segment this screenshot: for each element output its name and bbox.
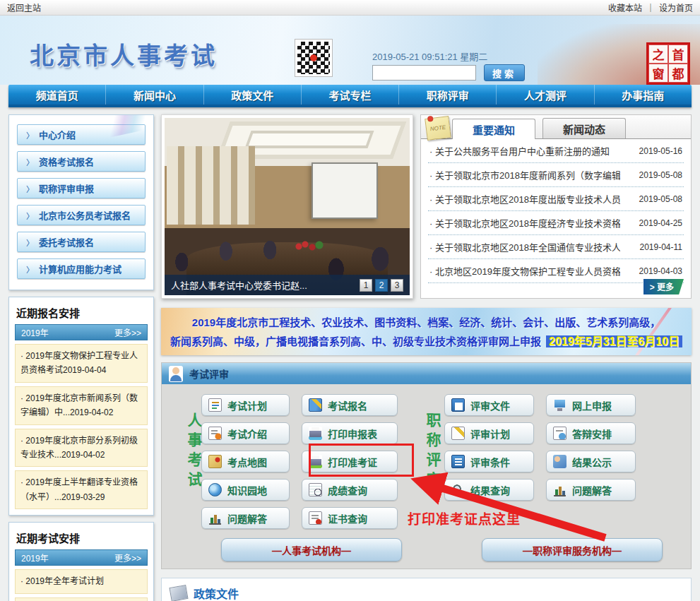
photo-projection-screen <box>312 162 378 219</box>
signup-item-date: 2019-04-04 <box>63 365 106 375</box>
nav-item[interactable]: 政策文件 <box>204 85 302 105</box>
review-function-button[interactable]: 评审计划 <box>444 422 534 444</box>
review-function-button[interactable]: 问题解答 <box>546 479 636 501</box>
signup-list-item[interactable]: · 2019年度北京市部分系列初级专业技术...2019-04-02 <box>15 429 148 468</box>
sidebar-menu-button[interactable]: 〉 职称评审申报 <box>17 178 146 198</box>
exam-list-item[interactable]: · 2019年1月考试安排 <box>15 597 148 601</box>
signup-more-link[interactable]: 更多>> <box>114 326 141 338</box>
policy-section-title[interactable]: 政策文件 <box>194 585 239 601</box>
news-title-text: 关于公共服务平台用户中心重新注册的通知 <box>435 146 610 157</box>
exam-function-button[interactable]: 考试介绍 <box>201 422 290 444</box>
nav-item[interactable]: 新闻中心 <box>106 85 203 105</box>
news-item-date: 2019-05-16 <box>639 146 682 156</box>
sidebar-menu-button[interactable]: 〉 委托考试报名 <box>17 232 146 252</box>
news-list-item[interactable]: · 关于领取北京地区2018年度经济专业技术资格... 2019-04-25 <box>428 211 684 235</box>
seal-char: 都 <box>668 64 688 83</box>
news-title-text: 关于领取北京地区2018年度经济专业技术资格... <box>435 218 620 229</box>
signup-list-item[interactable]: · 2019年度文物保护工程专业人员资格考试2019-04-04 <box>15 344 148 383</box>
slider-page-button[interactable]: 1 <box>360 279 372 292</box>
review-function-button[interactable]: 结果查询 <box>444 479 534 501</box>
organization-button[interactable]: —职称评审服务机构— <box>482 538 663 561</box>
signup-item-date: 2019-04-02 <box>70 407 113 417</box>
exam-list-item[interactable]: · 2019年全年考试计划 <box>15 569 148 593</box>
nav-item[interactable]: 办事指南 <box>595 85 692 105</box>
sidebar-menu-label: 职称评审申报 <box>39 182 94 195</box>
nav-item[interactable]: 频道首页 <box>8 85 106 105</box>
exam-function-button[interactable]: 知识园地 <box>201 479 290 501</box>
favorite-site-link[interactable]: 收藏本站 <box>608 1 642 13</box>
list-bullet: · <box>20 393 23 403</box>
nav-item[interactable]: 人才测评 <box>497 85 594 105</box>
set-homepage-link[interactable]: 设为首页 <box>659 1 693 13</box>
exam-function-button[interactable]: 考试计划 <box>201 394 290 416</box>
signup-list-item[interactable]: · 2019年度上半年翻译专业资格（水平）...2019-03-29 <box>15 470 148 509</box>
panel-header-title: 考试评审 <box>189 367 229 381</box>
list-bullet: · <box>20 576 23 586</box>
signup-item-date: 2019-03-29 <box>61 492 105 502</box>
function-button-icon <box>451 398 465 412</box>
chevron-right-icon: 〉 <box>26 210 34 221</box>
signup-list-item[interactable]: · 2019年度北京市新闻系列（数字编辑）中...2019-04-02 <box>15 386 148 425</box>
nav-item[interactable]: 职称评审 <box>399 85 497 105</box>
function-button-icon <box>208 398 222 412</box>
slider-page-button[interactable]: 3 <box>391 279 403 292</box>
slider-caption-text[interactable]: 人社部人事考试中心党委书记赵... <box>171 278 307 292</box>
photo-flowers <box>295 240 326 253</box>
sidebar-menu-button[interactable]: 〉 计算机应用能力考试 <box>17 258 146 279</box>
news-list-item[interactable]: · 关于领取北京地区2018年度出版专业技术人员... 2019-05-08 <box>428 187 684 211</box>
main-column: 人社部人事考试中心党委书记赵... 123 NOTE 重要通知新闻动态 · 关于… <box>161 114 692 601</box>
sidebar-menu-button[interactable]: 〉 北京市公务员考试报名 <box>17 205 146 225</box>
function-button-label: 评审文件 <box>470 398 510 412</box>
exam-more-link[interactable]: 更多>> <box>114 552 141 564</box>
news-list-item[interactable]: · 关于领取北京地区2018年全国通信专业技术人... 2019-04-11 <box>428 235 684 259</box>
banner-line2: 新闻系列高、中级，广播电视播音系列高、中、初级专业技术资格评审网上申报2019年… <box>170 332 682 349</box>
list-bullet: · <box>429 266 432 277</box>
sidebar-menu-button[interactable]: 〉 中心介绍 <box>17 124 146 145</box>
list-bullet: · <box>429 146 432 157</box>
function-button-icon <box>208 511 222 525</box>
news-item-date: 2019-04-03 <box>639 266 682 276</box>
news-item-title: · 关于公共服务平台用户中心重新注册的通知 <box>429 144 610 157</box>
photo-slider[interactable]: 人社部人事考试中心党委书记赵... 123 <box>161 114 413 299</box>
function-button-label: 成绩查询 <box>328 483 367 497</box>
news-title-text: 关于领取北京地区2018年全国通信专业技术人... <box>435 242 620 253</box>
exam-function-button[interactable]: 打印申报表 <box>302 422 398 444</box>
sidebar-menu-label: 资格考试报名 <box>39 155 94 168</box>
chevron-right-icon: 〉 <box>26 156 34 167</box>
back-to-main-site-link[interactable]: 返回主站 <box>7 1 41 13</box>
slider-page-button[interactable]: 2 <box>375 279 388 292</box>
review-function-button[interactable]: 网上申报 <box>546 394 636 416</box>
exam-function-button[interactable]: 问题解答 <box>201 507 290 529</box>
signup-list: · 2019年度文物保护工程专业人员资格考试2019-04-04 · 2019年… <box>15 344 148 509</box>
exam-item-text: 2019年全年考试计划 <box>25 576 104 586</box>
site-header: 北京市人事考试 2019-05-21 09:51:21 星期二 搜索 之首窗都 … <box>0 16 700 85</box>
sidebar-menu-panel: 〉 中心介绍 〉 资格考试报名 〉 职称评审申报 〉 北京市公务员考试报名 <box>8 114 154 290</box>
nav-item[interactable]: 考试专栏 <box>302 85 399 105</box>
function-button-label: 结果查询 <box>470 483 510 497</box>
news-list-item[interactable]: · 关于领取北京市2018年度新闻系列（数字编辑... 2019-05-08 <box>428 163 684 187</box>
news-list-item[interactable]: · 关于公共服务平台用户中心重新注册的通知 2019-05-16 <box>428 139 684 163</box>
topbar-divider: ｜ <box>646 1 655 13</box>
sidebar-menu-button[interactable]: 〉 资格考试报名 <box>17 151 146 172</box>
top-utility-bar: 返回主站 收藏本站 ｜ 设为首页 <box>0 0 700 16</box>
list-bullet: · <box>429 170 432 181</box>
search-button[interactable]: 搜索 <box>484 64 525 81</box>
review-function-button[interactable]: 评审文件 <box>444 394 534 416</box>
exam-function-button[interactable]: 考点地图 <box>201 451 290 472</box>
announcement-banner[interactable]: 2019年度北京市工程技术、农业技术、图书资料、档案、经济、统计、会计、出版、艺… <box>161 308 692 355</box>
organization-button[interactable]: —人事考试机构— <box>221 538 402 561</box>
organization-buttons-row: —人事考试机构——职称评审服务机构— <box>221 538 663 561</box>
exam-function-button[interactable]: 考试报名 <box>302 394 398 416</box>
news-tab[interactable]: 重要通知 <box>452 119 535 139</box>
review-function-button[interactable]: 答辩安排 <box>546 422 636 444</box>
annotation-text: 打印准考证点这里 <box>408 508 521 528</box>
search-input[interactable] <box>372 65 476 81</box>
function-button-label: 评审条件 <box>470 455 510 469</box>
review-function-button[interactable]: 评审条件 <box>444 451 534 472</box>
news-tab[interactable]: 新闻动态 <box>542 118 626 138</box>
function-button-icon <box>208 455 222 468</box>
exam-function-button[interactable]: 证书查询 <box>302 507 398 529</box>
exam-function-button[interactable]: 成绩查询 <box>302 479 398 501</box>
news-more-button[interactable]: > 更多 <box>643 279 684 294</box>
review-function-button[interactable]: 结果公示 <box>546 451 636 472</box>
